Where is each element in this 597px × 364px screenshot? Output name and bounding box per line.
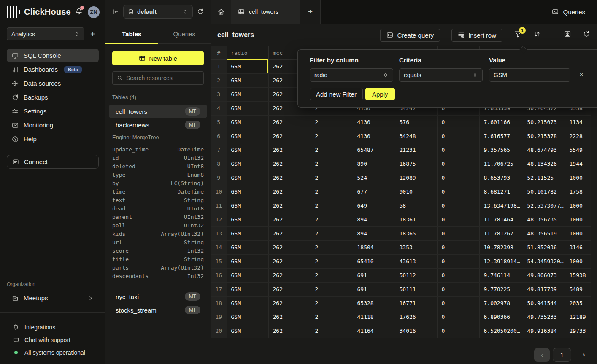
apply-filter-button[interactable]: Apply — [365, 88, 395, 100]
tab-tables[interactable]: Tables — [105, 24, 158, 43]
row-number[interactable]: 18 — [211, 296, 227, 310]
criteria-select[interactable]: equals — [399, 68, 483, 82]
grid-cell[interactable]: 2 — [311, 282, 353, 296]
tab-cell-towers[interactable]: cell_towers — [231, 0, 300, 24]
grid-cell[interactable]: 4130 — [353, 129, 395, 143]
grid-cell[interactable]: 262 — [268, 185, 311, 199]
grid-cell[interactable]: 0 — [437, 213, 479, 226]
sort-button[interactable] — [534, 31, 540, 39]
grid-cell[interactable]: 1000 — [565, 226, 591, 240]
grid-cell[interactable]: GSM — [227, 185, 268, 199]
grid-cell[interactable]: GSM — [227, 324, 268, 338]
grid-cell[interactable]: 4130 — [353, 115, 395, 129]
grid-cell[interactable]: 52.11525 — [523, 171, 565, 185]
grid-cell[interactable]: 2 — [311, 143, 353, 157]
grid-cell[interactable]: 0 — [437, 143, 479, 157]
sidebar-item-data-sources[interactable]: Data sources — [7, 77, 99, 90]
grid-cell[interactable]: 58 — [395, 199, 437, 213]
grid-cell[interactable]: 16771 — [395, 296, 437, 310]
row-number[interactable]: 16 — [211, 268, 227, 282]
grid-cell[interactable]: GSM — [227, 157, 268, 171]
grid-cell[interactable]: 11.706725 — [479, 157, 523, 171]
grid-cell[interactable]: 1000 — [565, 213, 591, 226]
row-number[interactable]: 14 — [211, 240, 227, 254]
grid-cell[interactable]: 18361 — [395, 213, 437, 226]
grid-cell[interactable]: 48.356519 — [523, 226, 565, 240]
filter-button[interactable]: 1 — [514, 30, 522, 40]
grid-cell[interactable]: GSM — [227, 73, 268, 87]
grid-cell[interactable]: GSM — [227, 240, 268, 254]
grid-cell[interactable]: 10.782398 — [479, 240, 523, 254]
grid-cell[interactable]: 49.916384 — [523, 324, 565, 338]
grid-cell[interactable]: 2 — [311, 171, 353, 185]
grid-cell[interactable]: 0 — [437, 171, 479, 185]
grid-cell[interactable]: GSM — [227, 226, 268, 240]
add-new-filter-button[interactable]: Add new Filter — [310, 88, 363, 100]
grid-cell[interactable]: 262 — [268, 199, 311, 213]
grid-cell[interactable]: 2 — [311, 310, 353, 324]
grid-cell[interactable]: GSM — [227, 171, 268, 185]
grid-cell[interactable]: 65328 — [353, 296, 395, 310]
grid-cell[interactable]: 2 — [311, 268, 353, 282]
table-item-cell-towers[interactable]: cell_towers MT — [109, 105, 207, 118]
grid-cell[interactable]: 65410 — [353, 254, 395, 268]
grid-cell[interactable]: 50.101782 — [523, 185, 565, 199]
grid-cell[interactable]: 1000 — [565, 199, 591, 213]
grid-cell[interactable]: 2 — [311, 254, 353, 268]
grid-cell[interactable]: 29733 — [565, 324, 591, 338]
grid-cell[interactable]: 0 — [437, 129, 479, 143]
grid-cell[interactable]: GSM — [227, 296, 268, 310]
grid-cell[interactable]: 0 — [437, 226, 479, 240]
grid-cell[interactable]: GSM — [227, 254, 268, 268]
grid-cell[interactable]: 65487 — [353, 143, 395, 157]
grid-cell[interactable]: GSM — [227, 199, 268, 213]
next-page-button[interactable]: › — [578, 348, 590, 362]
grid-cell[interactable]: 262 — [268, 226, 311, 240]
footer-item-chat-with-support[interactable]: Chat with support — [0, 334, 105, 346]
row-number-header[interactable]: # — [211, 46, 227, 59]
grid-cell[interactable]: GSM — [227, 101, 268, 115]
grid-cell[interactable]: 11.781464 — [479, 213, 523, 226]
grid-cell[interactable]: GSM — [227, 310, 268, 324]
grid-cell[interactable]: 5489 — [565, 282, 591, 296]
grid-cell[interactable]: 9.770225 — [479, 282, 523, 296]
grid-cell[interactable]: 7.616577 — [479, 129, 523, 143]
grid-cell[interactable]: 34016 — [395, 324, 437, 338]
grid-cell[interactable]: 2 — [311, 324, 353, 338]
grid-cell[interactable]: 262 — [268, 157, 311, 171]
grid-cell[interactable]: GSM — [227, 59, 268, 73]
home-tab[interactable] — [211, 0, 231, 24]
grid-cell[interactable]: 8.653793 — [479, 171, 523, 185]
row-number[interactable]: 11 — [211, 199, 227, 213]
grid-cell[interactable]: GSM — [227, 282, 268, 296]
refresh-table-button[interactable] — [583, 31, 590, 39]
sidebar-item-backups[interactable]: Backups — [7, 91, 99, 104]
grid-cell[interactable]: 0 — [437, 310, 479, 324]
new-tab-button[interactable]: + — [300, 0, 321, 24]
new-table-button[interactable]: New table — [112, 51, 204, 65]
grid-cell[interactable]: 3353 — [395, 240, 437, 254]
grid-cell[interactable]: 2 — [311, 199, 353, 213]
grid-cell[interactable]: 2 — [311, 185, 353, 199]
grid-cell[interactable]: 12.3918914… — [479, 254, 523, 268]
add-workspace-button[interactable]: + — [90, 30, 95, 38]
grid-cell[interactable]: 1134 — [565, 115, 591, 129]
grid-cell[interactable]: 54.3459320… — [523, 254, 565, 268]
grid-cell[interactable]: 2 — [311, 115, 353, 129]
grid-cell[interactable]: 2 — [311, 213, 353, 226]
grid-cell[interactable]: 894 — [353, 213, 395, 226]
grid-cell[interactable]: 262 — [268, 213, 311, 226]
grid-cell[interactable]: 2 — [311, 226, 353, 240]
grid-cell[interactable]: 262 — [268, 282, 311, 296]
grid-cell[interactable]: 6.52050200… — [479, 324, 523, 338]
grid-cell[interactable]: GSM — [227, 268, 268, 282]
row-number[interactable]: 1 — [211, 59, 227, 73]
grid-cell[interactable]: 576 — [395, 115, 437, 129]
grid-cell[interactable]: GSM — [227, 143, 268, 157]
grid-cell[interactable]: 3146 — [565, 240, 591, 254]
insert-row-button[interactable]: Insert row — [451, 29, 502, 42]
refresh-databases-icon[interactable] — [197, 8, 204, 15]
grid-cell[interactable]: 41118 — [353, 310, 395, 324]
sidebar-item-settings[interactable]: Settings — [7, 105, 99, 118]
grid-cell[interactable]: 49.806073 — [523, 268, 565, 282]
